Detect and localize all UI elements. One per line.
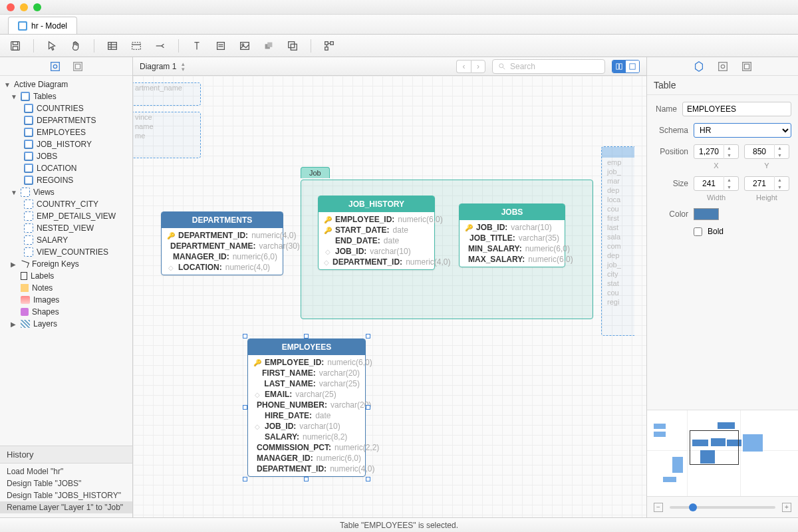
tree-active-diagram[interactable]: ▼Active Diagram — [0, 78, 132, 90]
entity-jobs[interactable]: JOBS 🔑JOB_ID: varchar(10)JOB_TITLE: varc… — [459, 203, 565, 267]
stats-tab-icon[interactable] — [717, 61, 729, 72]
table-tool-icon[interactable] — [106, 40, 118, 52]
tree-images[interactable]: ▶Images — [0, 294, 132, 306]
tree-shapes[interactable]: ▶Shapes — [0, 306, 132, 318]
column[interactable]: 🔑EMPLOYEE_ID: numeric(6,0) — [248, 357, 365, 368]
ghost-entity-a[interactable]: artment_name — [133, 82, 201, 106]
history-item[interactable]: Load Model "hr" — [0, 466, 132, 477]
color-swatch[interactable] — [694, 208, 719, 220]
column[interactable]: PHONE_NUMBER: varchar(20) — [248, 400, 365, 410]
pointer-icon[interactable] — [46, 40, 58, 52]
view-toggle-a[interactable] — [612, 61, 626, 72]
column[interactable]: HIRE_DATE: date — [248, 410, 365, 421]
entity-job-history[interactable]: JOB_HISTORY 🔑EMPLOYEE_ID: numeric(6,0)🔑S… — [318, 196, 435, 270]
column[interactable]: ◇LOCATION: numeric(4,0) — [162, 262, 283, 273]
entity-departments[interactable]: DEPARTMENTS 🔑DEPARTMENT_ID: numeric(4,0)… — [161, 211, 283, 275]
tree-view-item[interactable]: COUNTRY_CITY — [0, 198, 132, 210]
window-close-dot[interactable] — [7, 3, 15, 11]
model-tree[interactable]: ▼Active Diagram ▼Tables COUNTRIESDEPARTM… — [0, 76, 132, 446]
column[interactable]: MANAGER_ID: numeric(6,0) — [162, 251, 283, 262]
column[interactable]: MAX_SALARY: numeric(6,0) — [460, 254, 565, 265]
tree-notes[interactable]: ▶Notes — [0, 282, 132, 294]
width-stepper[interactable]: ▲▼ — [694, 176, 739, 191]
canvas[interactable]: artment_name vincenameme empjob_mardeplo… — [133, 76, 646, 517]
save-icon[interactable] — [9, 40, 21, 52]
label-tool-icon[interactable] — [191, 40, 203, 52]
tree-tables[interactable]: ▼Tables — [0, 90, 132, 102]
column[interactable]: END_DATE: date — [319, 235, 434, 246]
ghost-entity-b[interactable]: vincenameme — [133, 112, 201, 158]
height-stepper[interactable]: ▲▼ — [744, 176, 789, 191]
tree-view-item[interactable]: VIEW_COUNTRIES — [0, 246, 132, 258]
tree-labels[interactable]: ▶Labels — [0, 270, 132, 282]
column[interactable]: FIRST_NAME: varchar(20) — [248, 368, 365, 378]
minimap[interactable] — [647, 410, 798, 496]
tree-icon[interactable] — [72, 61, 84, 72]
tree-table-item[interactable]: LOCATION — [0, 162, 132, 174]
tree-table-item[interactable]: JOB_HISTORY — [0, 138, 132, 150]
tree-table-item[interactable]: REGOINS — [0, 174, 132, 186]
history-item[interactable]: Design Table "JOBS_HISTORY" — [0, 489, 132, 501]
zoom-out-button[interactable]: − — [654, 503, 663, 512]
schema-select[interactable]: HR — [694, 123, 791, 138]
column[interactable]: MANAGER_ID: numeric(6,0) — [248, 453, 365, 464]
tree-view-item[interactable]: SALARY — [0, 234, 132, 246]
name-field[interactable] — [682, 102, 791, 116]
view-toggle[interactable] — [612, 60, 640, 73]
column[interactable]: DEPARTMENT_NAME: varchar(30) — [162, 241, 283, 251]
tree-table-item[interactable]: DEPARTMENTS — [0, 114, 132, 126]
column[interactable]: JOB_TITLE: varchar(35) — [460, 233, 565, 243]
history-item[interactable]: Rename Layer "Layer 1" to "Job" — [0, 501, 132, 513]
props-tab-icon[interactable] — [693, 61, 705, 72]
ghost-entity-c[interactable]: empjob_mardeplocacoufirstlastsalacomdepj… — [601, 146, 634, 336]
tree-view-item[interactable]: NESTED_VIEW — [0, 222, 132, 234]
tree-table-item[interactable]: EMPLOYEES — [0, 126, 132, 138]
column[interactable]: 🔑JOB_ID: varchar(10) — [460, 222, 565, 233]
tree-table-item[interactable]: COUNTRIES — [0, 102, 132, 114]
tree-views[interactable]: ▼Views — [0, 186, 132, 198]
note-tool-icon[interactable] — [215, 40, 227, 52]
column[interactable]: ◇JOB_ID: varchar(10) — [248, 421, 365, 432]
hand-icon[interactable] — [70, 40, 82, 52]
column[interactable]: 🔑START_DATE: date — [319, 225, 434, 235]
nav-fwd-button[interactable]: › — [471, 60, 485, 73]
history-item[interactable]: Design Table "JOBS" — [0, 477, 132, 489]
comments-tab-icon[interactable] — [741, 61, 753, 72]
pos-y-stepper[interactable]: ▲▼ — [744, 144, 789, 159]
tree-view-item[interactable]: EMP_DETAILS_VIEW — [0, 210, 132, 222]
layer-tool-icon[interactable] — [287, 40, 299, 52]
autolayout-icon[interactable] — [323, 40, 335, 52]
image-tool-icon[interactable] — [239, 40, 251, 52]
diagram-selector[interactable]: Diagram 1▴▾ — [140, 61, 185, 72]
view-tool-icon[interactable] — [130, 40, 142, 52]
column[interactable]: LAST_NAME: varchar(25) — [248, 378, 365, 389]
zoom-slider[interactable] — [670, 506, 775, 509]
tree-fk[interactable]: ▶Foreign Keys — [0, 258, 132, 270]
column[interactable]: ◇EMAIL: varchar(25) — [248, 389, 365, 400]
zoom-in-button[interactable]: + — [782, 503, 791, 512]
column[interactable]: ◇DEPARTMENT_ID: numeric(4,0) — [319, 257, 434, 267]
window-min-dot[interactable] — [20, 3, 28, 11]
shape-tool-icon[interactable] — [263, 40, 275, 52]
column[interactable]: 🔑DEPARTMENT_ID: numeric(4,0) — [162, 230, 283, 241]
column[interactable]: SALARY: numeric(8,2) — [248, 432, 365, 442]
search-input[interactable]: Search — [492, 59, 605, 74]
history-list[interactable]: Load Model "hr"Design Table "JOBS"Design… — [0, 464, 132, 517]
entity-employees[interactable]: EMPLOYEES 🔑EMPLOYEE_ID: numeric(6,0)FIRS… — [247, 338, 366, 477]
nav-back-button[interactable]: ‹ — [456, 60, 471, 73]
pos-x-stepper[interactable]: ▲▼ — [694, 144, 739, 159]
relation-tool-icon[interactable] — [154, 40, 166, 52]
window-max-dot[interactable] — [33, 3, 41, 11]
column[interactable]: DEPARTMENT_ID: numeric(4,0) — [248, 464, 365, 474]
bold-checkbox[interactable] — [694, 227, 702, 236]
tree-table-item[interactable]: JOBS — [0, 150, 132, 162]
layer-tab[interactable]: Job — [301, 167, 330, 178]
column[interactable]: MIN_SALARY: numeric(6,0) — [460, 243, 565, 254]
column[interactable]: ◇JOB_ID: varchar(10) — [319, 246, 434, 257]
column[interactable]: COMMISSION_PCT: numeric(2,2) — [248, 442, 365, 453]
view-toggle-b[interactable] — [626, 61, 639, 72]
column[interactable]: 🔑EMPLOYEE_ID: numeric(6,0) — [319, 214, 434, 225]
document-tab[interactable]: hr - Model — [8, 17, 77, 34]
tree-layers[interactable]: ▶Layers — [0, 318, 132, 330]
tree-active-icon[interactable] — [49, 61, 61, 72]
